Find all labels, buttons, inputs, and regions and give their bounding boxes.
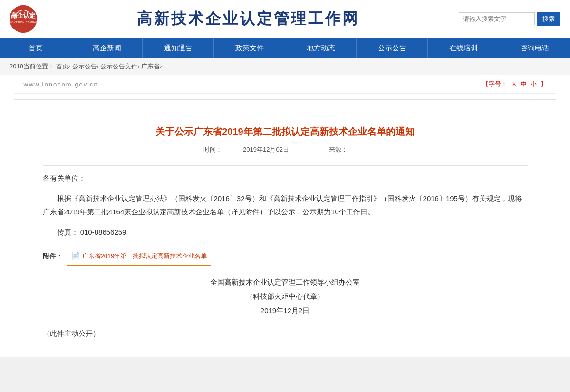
main-nav: 首页 高企新闻 通知通告 政策文件 地方动态 公示公告 在线培训 咨询电话 [0, 38, 570, 58]
attachment-link-text: 广东省2019年第二批拟认定高新技术企业名单 [82, 250, 207, 262]
breadcrumb: 2019当前位置： 首页› 公示公告› 公示公告文件› 广东省› [0, 58, 570, 75]
fax-value: 010-88656259 [80, 228, 126, 236]
breadcrumb-prefix: 2019当前位置： [10, 63, 54, 70]
greeting: 各有关单位： [43, 172, 528, 185]
site-header: 高企认定 INNOVATION COMPANY 高新技术企业认定管理工作网 搜索 [0, 0, 570, 38]
breadcrumb-announce[interactable]: 公示公告 [72, 63, 97, 70]
svg-text:INNOVATION COMPANY: INNOVATION COMPANY [10, 21, 37, 24]
nav-news[interactable]: 高企新闻 [71, 38, 143, 58]
article-meta: 时间： 2019年12月02日 来源： [43, 145, 528, 154]
nav-home[interactable]: 首页 [0, 38, 71, 58]
font-ctrl-suffix: 】 [541, 80, 547, 87]
body-paragraph: 根据《高新技术企业认定管理办法》（国科发火〔2016〕32号）和《高新技术企业认… [43, 192, 528, 219]
divider-top [14, 99, 556, 100]
nav-training[interactable]: 在线培训 [428, 38, 499, 58]
logo-icon: 高企认定 INNOVATION COMPANY [10, 5, 37, 33]
article: 关于公示广东省2019年第二批拟认定高新技术企业名单的通知 时间： 2019年1… [14, 105, 556, 357]
article-body: 各有关单位： 根据《高新技术企业认定管理办法》（国科发火〔2016〕32号）和《… [43, 172, 528, 266]
nav-policy[interactable]: 政策文件 [214, 38, 285, 58]
attachment-link[interactable]: 📄 广东省2019年第二批拟认定高新技术企业名单 [67, 247, 212, 266]
svg-point-0 [10, 5, 37, 33]
attachment-row: 附件： 📄 广东省2019年第二批拟认定高新技术企业名单 [43, 247, 528, 266]
nav-contact[interactable]: 咨询电话 [499, 38, 570, 58]
logo-svg: 高企认定 INNOVATION COMPANY [10, 5, 37, 33]
site-url: www.innocom.gov.cn [24, 81, 98, 88]
search-input[interactable] [459, 12, 535, 25]
breadcrumb-announce-file[interactable]: 公示公告文件 [100, 63, 137, 70]
source-label: 来源： [319, 146, 376, 153]
nav-notice[interactable]: 通知通告 [143, 38, 214, 58]
nav-announce[interactable]: 公示公告 [357, 38, 428, 58]
article-footer: 全国高新技术企业认定管理工作领导小组办公室 （科技部火炬中心代章） 2019年1… [43, 275, 528, 318]
nav-local[interactable]: 地方动态 [285, 38, 357, 58]
attachment-label: 附件： [43, 250, 63, 263]
search-button[interactable]: 搜索 [537, 12, 560, 26]
font-size-large[interactable]: 大 [511, 80, 517, 87]
footer-org: 全国高新技术企业认定管理工作领导小组办公室 [43, 275, 528, 289]
fax-line: 传真： 010-88656259 [43, 226, 528, 239]
content-area: www.innocom.gov.cn 【字号： 大 中 小 】 关于公示广东省2… [14, 75, 556, 357]
time-label: 时间： 2019年12月02日 [194, 146, 300, 153]
site-bar: www.innocom.gov.cn 【字号： 大 中 小 】 [14, 75, 556, 94]
divider-meta [43, 165, 528, 166]
fax-label: 传真： [57, 228, 78, 236]
svg-text:高企认定: 高企认定 [11, 12, 36, 19]
footer-note: （此件主动公开） [43, 329, 528, 338]
logo-area: 高企认定 INNOVATION COMPANY [10, 5, 37, 33]
font-size-ctrl: 【字号： 大 中 小 】 [481, 80, 547, 88]
font-size-small[interactable]: 小 [531, 80, 537, 87]
article-title: 关于公示广东省2019年第二批拟认定高新技术企业名单的通知 [43, 124, 528, 139]
footer-date: 2019年12月2日 [43, 304, 528, 318]
search-area: 搜索 [459, 12, 560, 26]
footer-dept: （科技部火炬中心代章） [43, 289, 528, 304]
doc-icon: 📄 [71, 249, 80, 263]
breadcrumb-guangdong[interactable]: 广东省 [141, 63, 160, 70]
breadcrumb-home[interactable]: 首页 [56, 63, 68, 70]
site-title: 高新技术企业认定管理工作网 [37, 9, 459, 29]
font-ctrl-label: 【字号： [483, 80, 507, 87]
font-size-medium[interactable]: 中 [521, 80, 529, 87]
